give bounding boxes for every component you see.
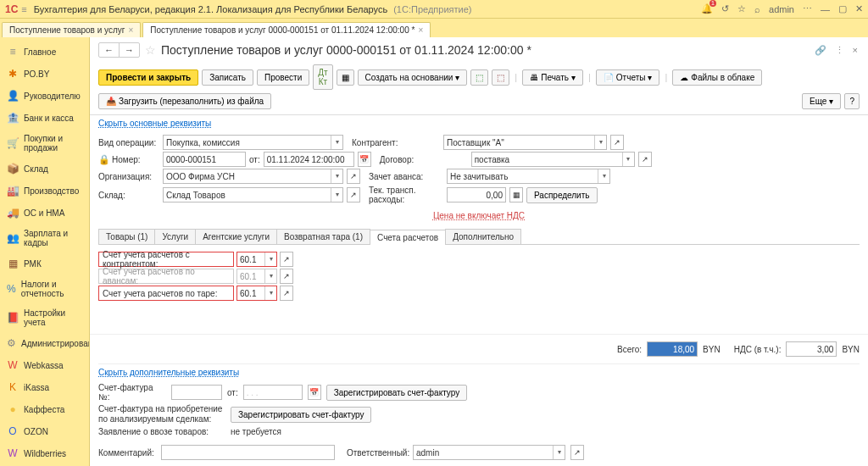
write-button[interactable]: Записать: [202, 69, 253, 86]
reports-button[interactable]: 📄 Отчеты ▾: [596, 69, 660, 86]
sidebar-item[interactable]: ✱РО.BY: [0, 63, 89, 85]
advance-field[interactable]: Не зачитывать▾: [447, 169, 610, 184]
sidebar-item[interactable]: WWebkassa: [0, 354, 89, 376]
hide-main-link[interactable]: Скрыть основные реквизиты: [90, 115, 868, 131]
menu-icon[interactable]: ≡: [21, 4, 26, 14]
warehouse-field[interactable]: Склад Товаров▾: [163, 187, 343, 202]
invoice-date-field[interactable]: . . .: [243, 385, 303, 400]
maximize-icon[interactable]: ▢: [838, 3, 847, 14]
hide-extra-link[interactable]: Скрыть дополнительные реквизиты: [98, 364, 860, 380]
total-field[interactable]: 18,00: [647, 341, 698, 357]
sidebar-item[interactable]: 🏦Банк и касса: [0, 107, 89, 129]
more-icon[interactable]: ⋮: [833, 43, 846, 58]
more-button[interactable]: Еще ▾: [802, 93, 841, 109]
sidebar-item[interactable]: ●Каффеста: [0, 398, 89, 420]
close-tab-icon[interactable]: ×: [418, 25, 423, 35]
contractor-field[interactable]: Поставщик "А"▾: [443, 135, 607, 150]
calculator-icon[interactable]: ▦: [509, 187, 523, 202]
post-and-close-button[interactable]: Провести и закрыть: [98, 69, 198, 86]
sidebar-item[interactable]: 📦Склад: [0, 158, 89, 180]
load-from-file-button[interactable]: 📥 Загрузить (перезаполнить) из файла: [98, 93, 271, 109]
sidebar-item[interactable]: 🛒Покупки и продажи: [0, 129, 89, 158]
invoice-no-field[interactable]: [171, 385, 222, 400]
user-label[interactable]: admin: [769, 4, 794, 14]
doc-tab-1[interactable]: Поступление товаров и услуг×: [2, 22, 141, 37]
contract-field[interactable]: поставка▾: [471, 152, 635, 167]
forward-button[interactable]: →: [120, 43, 139, 57]
calendar-icon[interactable]: 📅: [358, 152, 371, 167]
detail-tab[interactable]: Товары (1): [98, 229, 155, 244]
sidebar-icon: W: [7, 359, 19, 371]
close-doc-icon[interactable]: ×: [851, 43, 860, 57]
detail-tab[interactable]: Агентские услуги: [195, 229, 277, 244]
open-acct-icon[interactable]: ↗: [280, 269, 293, 284]
detail-tab[interactable]: Услуги: [154, 229, 196, 244]
acct-advance-field[interactable]: 60.1▾: [236, 269, 277, 284]
close-tab-icon[interactable]: ×: [128, 25, 133, 35]
responsible-field[interactable]: admin▾: [413, 445, 565, 460]
create-based-button[interactable]: Создать на основании ▾: [358, 69, 468, 86]
sidebar-item[interactable]: ⚙Администрирование: [0, 332, 89, 354]
document-title: Поступление товаров и услуг 0000-000151 …: [161, 43, 531, 57]
open-acct-icon[interactable]: ↗: [280, 252, 293, 267]
doc-tab-2[interactable]: Поступление товаров и услуг 0000-000151 …: [142, 22, 431, 37]
sidebar-icon: 📕: [7, 312, 19, 324]
sidebar-item[interactable]: KiKassa: [0, 376, 89, 398]
sidebar-item[interactable]: 🚚ОС и НМА: [0, 202, 89, 224]
open-org-icon[interactable]: ↗: [347, 169, 360, 184]
number-label: Номер:: [112, 155, 159, 164]
lock-icon: 🔒: [98, 154, 108, 165]
sidebar-item[interactable]: 👥Зарплата и кадры: [0, 224, 89, 252]
close-icon[interactable]: ✕: [855, 3, 863, 14]
star-icon[interactable]: ☆: [737, 3, 746, 14]
open-acct-icon[interactable]: ↗: [280, 286, 293, 301]
sidebar-item[interactable]: 🏭Производство: [0, 180, 89, 202]
op-type-field[interactable]: Покупка, комиссия▾: [163, 135, 343, 150]
org-field[interactable]: ООО Фирма УСН▾: [163, 169, 343, 184]
print-button[interactable]: 🖶 Печать ▾: [522, 69, 583, 86]
post-button[interactable]: Провести: [257, 69, 309, 86]
sidebar-item[interactable]: WWildberries: [0, 442, 89, 464]
excel-button[interactable]: ⬚: [470, 69, 488, 86]
acct-tare-field[interactable]: 60.1▾: [236, 286, 277, 301]
sidebar-item[interactable]: OOZON: [0, 420, 89, 442]
acct-contractor-field[interactable]: 60.1▾: [236, 252, 277, 267]
bell-icon[interactable]: 🔔1: [701, 3, 713, 14]
sidebar-icon: 🚚: [7, 207, 19, 219]
distribute-button[interactable]: Распределить: [526, 187, 598, 203]
sidebar-label: Склад: [24, 164, 48, 174]
detail-tab[interactable]: Возвратная тара (1): [276, 229, 370, 244]
price-vat-link[interactable]: Цена не включает НДС: [90, 208, 868, 224]
register-sf-button[interactable]: Зарегистрировать счет-фактуру: [231, 407, 371, 423]
dt-kt-button[interactable]: ДтКт: [313, 64, 332, 90]
link-icon[interactable]: 🔗: [813, 43, 828, 58]
detail-tab[interactable]: Счета расчетов: [370, 230, 446, 245]
help-button[interactable]: ?: [844, 93, 860, 109]
comment-field[interactable]: [161, 445, 335, 460]
xml-button[interactable]: ⬚: [492, 69, 509, 86]
transport-field[interactable]: 0,00: [447, 187, 506, 202]
history-icon[interactable]: ↺: [721, 3, 729, 14]
date-field[interactable]: 01.11.2024 12:00:00: [264, 152, 354, 167]
import-decl-value: не требуется: [231, 427, 281, 436]
open-contract-icon[interactable]: ↗: [638, 152, 652, 167]
sidebar-item[interactable]: 📕Настройки учета: [0, 303, 89, 332]
sidebar-item[interactable]: %Налоги и отчетность: [0, 275, 89, 303]
structure-button[interactable]: ▦: [337, 69, 354, 86]
open-warehouse-icon[interactable]: ↗: [347, 187, 360, 202]
back-button[interactable]: ←: [99, 43, 120, 57]
number-field[interactable]: 0000-000151: [163, 152, 246, 167]
open-responsible-icon[interactable]: ↗: [570, 445, 584, 460]
calendar-icon[interactable]: 📅: [308, 385, 321, 400]
settings-icon[interactable]: ⋯: [803, 3, 812, 14]
sidebar-item[interactable]: 👤Руководителю: [0, 85, 89, 107]
sidebar-item[interactable]: ▦РМК: [0, 252, 89, 275]
sidebar-item[interactable]: ≡Главное: [0, 41, 89, 63]
open-contractor-icon[interactable]: ↗: [610, 135, 624, 150]
cloud-files-button[interactable]: ☁ Файлы в облаке: [672, 69, 762, 86]
search-icon[interactable]: ⌕: [754, 4, 760, 14]
detail-tab[interactable]: Дополнительно: [445, 229, 521, 244]
favorite-icon[interactable]: ☆: [145, 43, 156, 57]
minimize-icon[interactable]: —: [821, 4, 830, 14]
register-invoice-button[interactable]: Зарегистрировать счет-фактуру: [326, 385, 467, 401]
